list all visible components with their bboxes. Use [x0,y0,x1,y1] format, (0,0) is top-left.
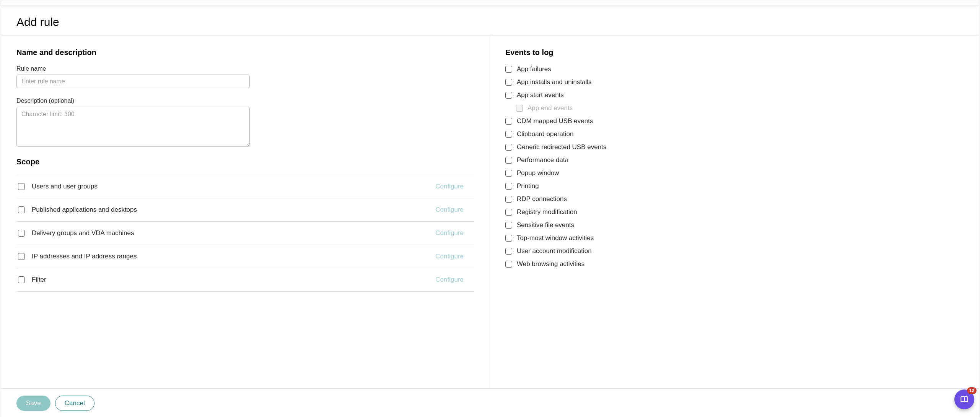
event-checkbox[interactable] [505,248,512,255]
event-row-topmost: Top-most window activities [505,234,964,242]
event-row-sensitive-file: Sensitive file events [505,221,964,229]
book-sparkle-icon [959,394,969,404]
scope-checkbox-apps[interactable] [18,206,25,213]
event-label: Performance data [517,156,568,164]
event-row-generic-usb: Generic redirected USB events [505,143,964,151]
event-checkbox[interactable] [505,131,512,138]
event-checkbox-disabled [516,105,523,112]
description-field: Description (optional) [16,97,474,148]
pane-left: Name and description Rule name Descripti… [1,36,490,388]
event-row-registry: Registry modification [505,208,964,216]
configure-link-delivery[interactable]: Configure [435,229,473,237]
event-row-app-start: App start events [505,91,964,99]
event-label: Printing [517,182,539,190]
notification-badge: 12 [967,387,977,394]
scope-checkbox-users[interactable] [18,183,25,190]
scope-label: Users and user groups [32,183,435,190]
event-checkbox[interactable] [505,196,512,203]
event-label: RDP connections [517,195,567,203]
event-checkbox[interactable] [505,183,512,190]
footer: Save Cancel [1,388,979,417]
event-label: App failures [517,65,551,73]
event-label: Popup window [517,169,559,177]
event-label: Sensitive file events [517,221,574,229]
description-textarea[interactable] [16,107,250,147]
event-checkbox[interactable] [505,66,512,73]
event-checkbox[interactable] [505,157,512,164]
name-description-section: Name and description Rule name Descripti… [16,48,474,148]
event-label: CDM mapped USB events [517,117,593,125]
scope-label: Filter [32,276,435,284]
event-row-performance: Performance data [505,156,964,164]
event-label: Top-most window activities [517,234,594,242]
event-label: Generic redirected USB events [517,143,606,151]
configure-link-filter[interactable]: Configure [435,276,473,284]
event-label: App start events [517,91,564,99]
rule-name-label: Rule name [16,65,474,72]
rule-name-field: Rule name [16,65,474,88]
event-label: App installs and uninstalls [517,78,592,86]
scope-row-ip: IP addresses and IP address ranges Confi… [16,245,474,268]
event-label: Clipboard operation [517,130,573,138]
event-checkbox[interactable] [505,92,512,99]
configure-link-ip[interactable]: Configure [435,253,473,260]
scope-row-apps: Published applications and desktops Conf… [16,198,474,222]
section-title-scope: Scope [16,157,474,166]
add-rule-window: Add rule Name and description Rule name … [1,7,979,417]
event-row-user-account: User account modification [505,247,964,255]
event-row-cdm-usb: CDM mapped USB events [505,117,964,125]
event-row-app-end: App end events [516,104,964,112]
event-checkbox[interactable] [505,261,512,268]
event-row-app-installs: App installs and uninstalls [505,78,964,86]
top-strip [1,0,979,5]
scope-checkbox-ip[interactable] [18,253,25,260]
event-row-printing: Printing [505,182,964,190]
page-title: Add rule [16,16,964,29]
pane-right: Events to log App failures App installs … [490,36,979,388]
scope-checkbox-filter[interactable] [18,276,25,283]
scope-label: IP addresses and IP address ranges [32,253,435,260]
section-title-events: Events to log [505,48,964,57]
event-checkbox[interactable] [505,235,512,242]
scope-row-users: Users and user groups Configure [16,175,474,198]
configure-link-apps[interactable]: Configure [435,206,473,214]
events-list: App failures App installs and uninstalls… [505,65,964,268]
scope-list: Users and user groups Configure Publishe… [16,175,474,292]
event-row-web-browsing: Web browsing activities [505,260,964,268]
event-checkbox[interactable] [505,79,512,86]
event-checkbox[interactable] [505,222,512,229]
event-label: Registry modification [517,208,577,216]
configure-link-users[interactable]: Configure [435,183,473,190]
cancel-button[interactable]: Cancel [55,396,94,411]
event-checkbox[interactable] [505,118,512,125]
save-button[interactable]: Save [16,396,50,411]
event-row-clipboard: Clipboard operation [505,130,964,138]
event-row-app-failures: App failures [505,65,964,73]
event-checkbox[interactable] [505,170,512,177]
section-title-name: Name and description [16,48,474,57]
scope-section: Scope Users and user groups Configure Pu… [16,157,474,292]
event-label: Web browsing activities [517,260,584,268]
scope-checkbox-delivery[interactable] [18,230,25,237]
event-row-rdp: RDP connections [505,195,964,203]
header: Add rule [1,7,979,36]
scope-row-filter: Filter Configure [16,268,474,292]
rule-name-input[interactable] [16,75,250,88]
event-checkbox[interactable] [505,144,512,151]
event-checkbox[interactable] [505,209,512,216]
description-label: Description (optional) [16,97,474,104]
event-row-popup: Popup window [505,169,964,177]
content: Name and description Rule name Descripti… [1,36,979,388]
event-label: App end events [527,104,573,112]
event-label: User account modification [517,247,592,255]
scope-label: Published applications and desktops [32,206,435,214]
scope-row-delivery: Delivery groups and VDA machines Configu… [16,222,474,245]
help-fab[interactable]: 12 [954,389,974,409]
scope-label: Delivery groups and VDA machines [32,229,435,237]
